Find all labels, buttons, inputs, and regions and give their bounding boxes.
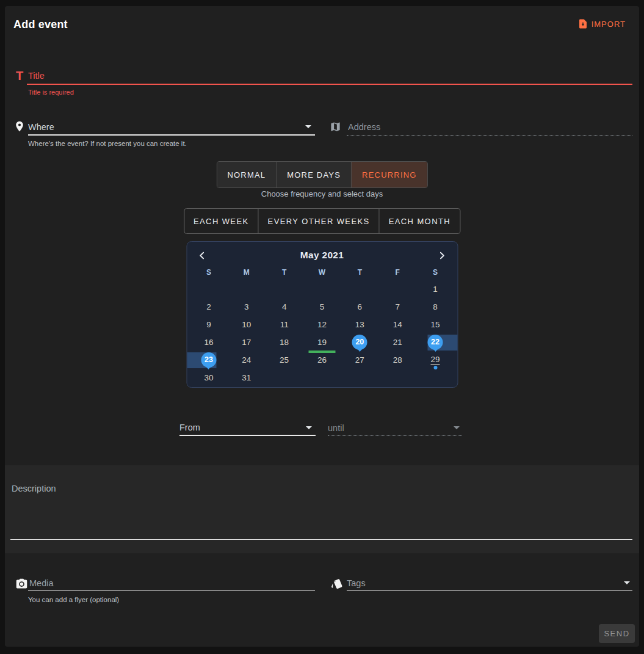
calendar-day-empty: [266, 369, 303, 387]
where-label: Where: [28, 122, 54, 132]
file-import-icon: [577, 18, 588, 29]
send-button[interactable]: SEND: [599, 624, 635, 643]
page-title: Add event: [13, 18, 68, 31]
frequency-button-each-week[interactable]: EACH WEEK: [184, 209, 258, 233]
caret-down-icon: [305, 125, 311, 128]
media-helper: You can add a flyer (optional): [28, 596, 119, 603]
title-field-underline: [27, 67, 632, 85]
calendar-day[interactable]: 10: [228, 316, 266, 333]
chevron-right-icon: [437, 250, 447, 261]
calendar-day[interactable]: 3: [228, 298, 266, 316]
tab-more-days[interactable]: MORE DAYS: [276, 162, 351, 187]
calendar-day[interactable]: 9: [190, 316, 228, 333]
prev-month-button[interactable]: [195, 248, 209, 263]
calendar-day-empty: [378, 369, 416, 387]
tab-normal[interactable]: NORMAL: [217, 162, 276, 187]
calendar-day-empty: [416, 369, 454, 387]
chevron-left-icon: [197, 250, 208, 261]
tab-recurring[interactable]: RECURRING: [351, 162, 427, 187]
calendar-day[interactable]: 26: [303, 351, 341, 369]
tags-label: Tags: [347, 578, 366, 588]
calendar-day[interactable]: 13: [341, 316, 378, 333]
address-input[interactable]: [347, 119, 632, 135]
where-helper: Where's the event? If not present you ca…: [28, 140, 187, 147]
title-error: Title is required: [28, 89, 74, 96]
from-time-select[interactable]: From: [179, 420, 316, 436]
add-event-dialog: Add event IMPORT T Title is required Whe…: [5, 6, 639, 647]
import-button[interactable]: IMPORT: [577, 18, 626, 29]
address-field-underline: [347, 119, 632, 136]
calendar-month-label: May 2021: [300, 250, 344, 261]
calendar-day[interactable]: 21: [378, 333, 416, 351]
until-time-select[interactable]: until: [328, 420, 462, 436]
calendar-day-empty: [341, 369, 378, 387]
calendar-day[interactable]: 28: [378, 351, 416, 369]
calendar-day[interactable]: 5: [303, 298, 341, 316]
calendar-day-empty: [303, 369, 341, 387]
frequency-button-each-month[interactable]: EACH MONTH: [379, 209, 460, 233]
calendar-day[interactable]: 19: [303, 333, 341, 351]
calendar-day-empty: [266, 280, 303, 298]
calendar-day[interactable]: 7: [378, 298, 416, 316]
calendar-day[interactable]: 6: [341, 298, 378, 316]
until-label: until: [328, 423, 344, 433]
calendar-day[interactable]: 11: [266, 316, 303, 333]
where-select[interactable]: Where: [28, 119, 315, 136]
next-month-button[interactable]: [435, 248, 449, 263]
calendar-day-empty: [341, 280, 378, 298]
import-label: IMPORT: [592, 20, 626, 29]
calendar-day[interactable]: 25: [266, 351, 303, 369]
frequency-button-every-other-weeks[interactable]: EVERY OTHER WEEKS: [258, 209, 379, 233]
calendar-day[interactable]: 2: [190, 298, 228, 316]
tags-icon: [331, 578, 343, 592]
camera-icon: [15, 578, 28, 593]
calendar-day[interactable]: 24: [228, 351, 266, 369]
media-field-underline: [28, 575, 315, 591]
calendar-day[interactable]: 4: [266, 298, 303, 316]
location-pin-icon: [13, 120, 26, 135]
weekday-label: S: [190, 264, 228, 280]
weekday-label: T: [266, 264, 303, 280]
calendar-day-empty: [303, 280, 341, 298]
calendar-grid: 1234567891011121314151617181920212223242…: [187, 280, 457, 387]
calendar-day-empty: [190, 280, 228, 298]
media-input[interactable]: [28, 575, 315, 590]
caret-down-icon: [624, 581, 630, 584]
caret-down-icon: [306, 426, 312, 429]
calendar-day[interactable]: 22: [416, 333, 454, 351]
calendar-weekdays: SMTWTFS: [187, 264, 457, 280]
calendar-day[interactable]: 18: [266, 333, 303, 351]
caret-down-icon: [454, 426, 460, 429]
map-icon: [330, 121, 341, 135]
title-input[interactable]: [27, 67, 632, 84]
calendar-day[interactable]: 14: [378, 316, 416, 333]
calendar-day[interactable]: 17: [228, 333, 266, 351]
calendar-day-empty: [228, 280, 266, 298]
frequency-helper: Choose frequency and select days: [5, 189, 639, 198]
weekday-label: M: [228, 264, 266, 280]
text-title-icon: T: [16, 69, 23, 83]
calendar-day[interactable]: 1: [416, 280, 454, 298]
calendar-day[interactable]: 12: [303, 316, 341, 333]
calendar-day[interactable]: 15: [416, 316, 454, 333]
calendar: May 2021 SMTWTFS 12345678910111213141516…: [186, 241, 458, 388]
calendar-day[interactable]: 20: [341, 333, 378, 351]
description-section: [5, 465, 639, 553]
weekday-label: T: [341, 264, 378, 280]
tags-select[interactable]: Tags: [347, 575, 632, 591]
weekday-label: S: [416, 264, 454, 280]
frequency-toggle-group: EACH WEEKEVERY OTHER WEEKSEACH MONTH: [184, 208, 460, 234]
calendar-day-empty: [378, 280, 416, 298]
description-textarea[interactable]: [10, 465, 632, 540]
calendar-day[interactable]: 16: [190, 333, 228, 351]
calendar-day[interactable]: 23: [190, 351, 228, 369]
event-type-tabs: NORMALMORE DAYSRECURRING: [216, 161, 427, 188]
weekday-label: F: [378, 264, 416, 280]
calendar-day[interactable]: 31: [228, 369, 266, 387]
from-label: From: [179, 423, 200, 432]
calendar-day[interactable]: 8: [416, 298, 454, 316]
weekday-label: W: [303, 264, 341, 280]
